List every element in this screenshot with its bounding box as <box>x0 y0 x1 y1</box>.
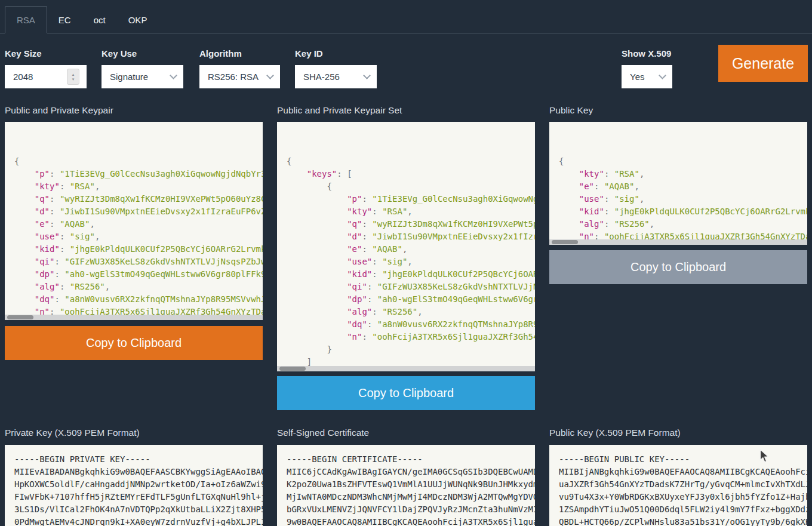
keypair-json-output[interactable]: { "p": "1TiE3EVg_G0lCecNsu3agh0XiGqwowNg… <box>5 122 263 320</box>
scrollbar-thumb[interactable] <box>7 315 33 319</box>
chevron-down-icon <box>363 72 371 79</box>
keypair-set-section-title: Public and Private Keypair Set <box>277 105 402 116</box>
tab-rsa[interactable]: RSA <box>5 6 47 33</box>
horizontal-scrollbar[interactable] <box>277 366 535 371</box>
horizontal-scrollbar[interactable] <box>5 315 263 320</box>
show-x509-label: Show X.509 <box>622 48 671 59</box>
key-size-label: Key Size <box>5 48 42 59</box>
tab-okp[interactable]: OKP <box>117 7 159 33</box>
chevron-down-icon <box>170 72 177 79</box>
tab-ec[interactable]: EC <box>47 7 82 33</box>
public-key-pem-output[interactable]: -----BEGIN PUBLIC KEY-----MIIBIjANBgkqhk… <box>549 445 807 526</box>
jwk-generator-app: RSA EC oct OKP Key Size Key Use Algorith… <box>0 0 812 526</box>
public-key-section-title: Public Key <box>549 105 593 116</box>
copy-keypair-set-button[interactable]: Copy to Clipboard <box>277 376 535 410</box>
keypair-set-json-output[interactable]: { "keys": [ { "p": "1TiE3EVg_G0lCecNsu3a… <box>277 122 535 371</box>
scrollbar-thumb[interactable] <box>552 240 578 244</box>
chevron-down-icon <box>659 72 666 79</box>
key-size-input[interactable]: 2048 ▴▾ <box>5 65 87 88</box>
algorithm-select[interactable]: RS256: RSA <box>199 65 280 88</box>
number-stepper-icon[interactable]: ▴▾ <box>67 69 79 85</box>
chevron-down-icon <box>266 72 274 79</box>
key-type-tabbar: RSA EC oct OKP <box>0 0 812 33</box>
key-id-label: Key ID <box>295 48 323 59</box>
key-id-value: SHA-256 <box>303 72 359 82</box>
public-key-json-output[interactable]: { "kty": "RSA", "e": "AQAB", "use": "sig… <box>549 122 807 245</box>
show-x509-value: Yes <box>630 72 655 82</box>
key-use-select[interactable]: Signature <box>102 65 183 88</box>
horizontal-scrollbar[interactable] <box>549 239 807 245</box>
generate-button[interactable]: Generate <box>718 45 808 82</box>
private-key-pem-title: Private Key (X.509 PEM Format) <box>5 427 140 438</box>
certificate-output[interactable]: -----BEGIN CERTIFICATE-----MIIC6jCCAdKgA… <box>277 445 535 526</box>
keypair-section-title: Public and Private Keypair <box>5 105 113 116</box>
show-x509-select[interactable]: Yes <box>622 65 672 88</box>
algorithm-value: RS256: RSA <box>208 72 263 82</box>
copy-keypair-button[interactable]: Copy to Clipboard <box>5 326 263 360</box>
tab-oct[interactable]: oct <box>82 7 117 33</box>
certificate-title: Self-Signed Certificate <box>277 427 369 438</box>
public-key-pem-title: Public Key (X.509 PEM Format) <box>549 427 681 438</box>
private-key-pem-output[interactable]: -----BEGIN PRIVATE KEY-----MIIEvAIBADANB… <box>5 445 263 526</box>
scrollbar-thumb[interactable] <box>279 367 306 371</box>
key-use-value: Signature <box>110 72 166 82</box>
copy-public-key-button[interactable]: Copy to Clipboard <box>549 250 807 284</box>
key-size-value: 2048 <box>13 72 62 82</box>
algorithm-label: Algorithm <box>199 48 242 59</box>
key-id-select[interactable]: SHA-256 <box>295 65 377 88</box>
key-use-label: Key Use <box>102 48 137 59</box>
